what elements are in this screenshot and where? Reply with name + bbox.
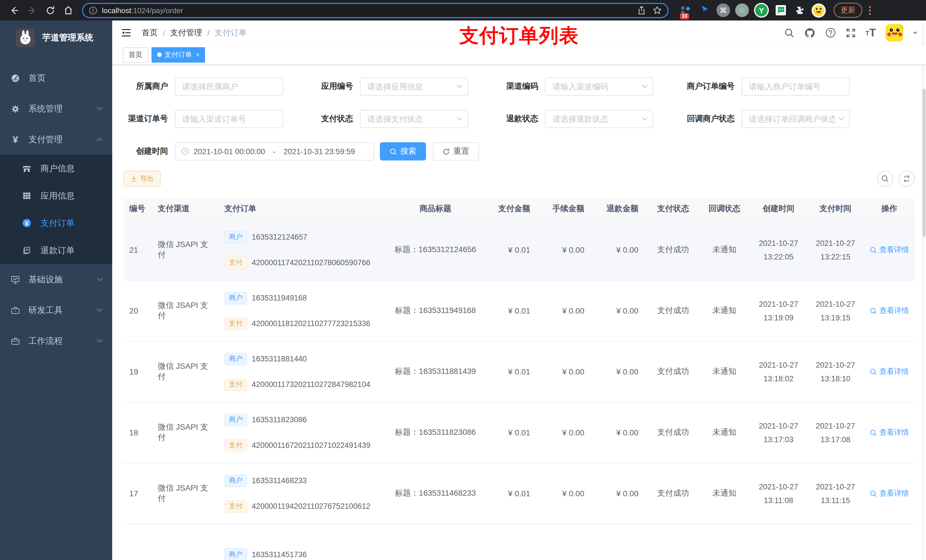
extension-kite-icon[interactable] bbox=[698, 3, 711, 17]
address-bar[interactable]: localhost:1024/pay/order bbox=[82, 3, 669, 18]
pay-order-cell: 商户1635311881440支付42000011732021102728479… bbox=[212, 353, 386, 391]
fullscreen-icon[interactable] bbox=[846, 28, 856, 38]
pay-tag: 支付 bbox=[224, 378, 247, 391]
order-number: 1635311468233 bbox=[252, 476, 307, 485]
breadcrumb-pay-management[interactable]: 支付管理 bbox=[170, 28, 202, 38]
merchant-input[interactable] bbox=[175, 77, 283, 96]
sidebar-item-dev-tools[interactable]: 研发工具 bbox=[0, 295, 112, 326]
sidebar-item-infrastructure[interactable]: 基础设施 bbox=[0, 264, 112, 295]
table-row[interactable]: 商户1635311451736 bbox=[124, 524, 915, 560]
reset-button[interactable]: 重置 bbox=[433, 142, 479, 160]
channel-order-no-input[interactable] bbox=[175, 110, 283, 128]
table-row[interactable]: 18微信 JSAPI 支付商户1635311823086支付4200001167… bbox=[124, 402, 915, 463]
sidebar-item-pay-order[interactable]: 支付订单 bbox=[0, 210, 112, 237]
pay-order-line: 支付4200001194202110276752100612 bbox=[224, 500, 386, 512]
browser-forward-button[interactable] bbox=[24, 2, 40, 18]
extension-tasks-icon[interactable]: 10 bbox=[679, 3, 693, 17]
scrollbar-thumb[interactable] bbox=[923, 89, 925, 237]
close-icon[interactable]: × bbox=[196, 51, 200, 58]
view-detail-link[interactable]: 查看详情 bbox=[864, 245, 915, 255]
export-button[interactable]: 导出 bbox=[124, 171, 160, 187]
extension-y-icon[interactable]: Y bbox=[754, 3, 769, 18]
sidebar-item-label: 系统管理 bbox=[29, 103, 88, 114]
pay-order-line: 支付4200001167202110271022491439 bbox=[224, 439, 386, 451]
view-detail-link[interactable]: 查看详情 bbox=[864, 488, 915, 498]
date-line: 2021-10-27 bbox=[750, 300, 807, 308]
help-icon[interactable] bbox=[825, 27, 836, 38]
col-order: 支付订单 bbox=[212, 204, 386, 214]
filter-label: 商户订单编号 bbox=[679, 82, 741, 92]
font-size-icon[interactable]: TT bbox=[865, 27, 876, 39]
search-icon bbox=[870, 368, 877, 375]
filter-label: 渠道编码 bbox=[494, 82, 545, 92]
view-detail-link[interactable]: 查看详情 bbox=[864, 427, 915, 438]
navbar: 首页 / 支付管理 / 支付订单 支付订单列表 bbox=[112, 21, 926, 45]
breadcrumb-home[interactable]: 首页 bbox=[142, 28, 158, 38]
sidebar-item-merchant-info[interactable]: 商户信息 bbox=[0, 155, 112, 182]
table-row[interactable]: 19微信 JSAPI 支付商户1635311881440支付4200001173… bbox=[124, 341, 915, 402]
browser-home-button[interactable] bbox=[61, 2, 76, 18]
search-button[interactable]: 搜索 bbox=[380, 142, 426, 160]
chrome-update-button[interactable]: 更新 bbox=[834, 3, 862, 18]
window-scrollbar[interactable] bbox=[922, 21, 926, 560]
extension-chat-icon[interactable] bbox=[774, 3, 788, 17]
filter-label: 渠道订单号 bbox=[124, 114, 175, 124]
pay-time-cell: 2021-10-2713:11:15 bbox=[807, 482, 864, 504]
view-detail-link[interactable]: 查看详情 bbox=[864, 306, 915, 316]
sidebar-logo-row[interactable]: 芋道管理系统 bbox=[0, 21, 112, 54]
sidebar-collapse-icon[interactable] bbox=[121, 27, 132, 38]
pay-status-select[interactable] bbox=[360, 110, 468, 128]
app-logo bbox=[16, 28, 35, 47]
merchant-order-no-input[interactable] bbox=[741, 77, 850, 96]
col-notify: 回调状态 bbox=[699, 204, 750, 214]
toggle-search-button[interactable] bbox=[877, 171, 893, 187]
table-row[interactable]: 17微信 JSAPI 支付商户1635311468233支付4200001194… bbox=[124, 463, 915, 524]
order-id-cell: 19 bbox=[124, 367, 146, 376]
date-line: 2021-10-27 bbox=[807, 421, 864, 430]
bookmark-star-icon[interactable] bbox=[653, 6, 662, 15]
sidebar-item-payment[interactable]: ¥ 支付管理 bbox=[0, 124, 112, 155]
tab-pay-order[interactable]: 支付订单 × bbox=[151, 47, 205, 63]
sidebar-item-app-info[interactable]: 应用信息 bbox=[0, 182, 112, 210]
pay-status-cell: 支付成功 bbox=[648, 367, 699, 377]
breadcrumb-separator: / bbox=[163, 29, 165, 38]
pay-order-line: 支付4200001174202110278060590766 bbox=[224, 257, 386, 269]
filter-notify-status: 回调商户状态 bbox=[679, 110, 850, 128]
browser-menu-icon[interactable] bbox=[869, 6, 871, 15]
user-avatar[interactable] bbox=[885, 24, 903, 42]
extensions-puzzle-icon[interactable] bbox=[793, 3, 806, 17]
user-menu-caret-icon[interactable] bbox=[913, 32, 917, 36]
notify-status-select[interactable] bbox=[741, 110, 850, 128]
profile-emoji-avatar[interactable] bbox=[811, 3, 826, 17]
date-line: 2021-10-27 bbox=[807, 361, 864, 369]
sidebar-item-home[interactable]: 首页 bbox=[0, 63, 112, 93]
browser-reload-button[interactable] bbox=[42, 2, 58, 18]
sidebar-item-system[interactable]: 系统管理 bbox=[0, 93, 112, 124]
chevron-up-icon bbox=[96, 136, 103, 143]
refund-status-select[interactable] bbox=[545, 110, 653, 128]
site-info-icon[interactable] bbox=[89, 6, 97, 15]
pay-tag: 支付 bbox=[224, 317, 247, 330]
browser-back-button[interactable] bbox=[6, 2, 22, 18]
refresh-table-button[interactable] bbox=[899, 171, 915, 187]
sidebar-item-workflow[interactable]: 工作流程 bbox=[0, 326, 112, 356]
sidebar-item-label: 商户信息 bbox=[41, 163, 75, 174]
merchant-tag: 商户 bbox=[224, 548, 247, 560]
extension-command-icon[interactable]: ⌘ bbox=[716, 3, 730, 17]
view-detail-link[interactable]: 查看详情 bbox=[864, 367, 915, 377]
notify-status-cell: 未通知 bbox=[699, 245, 750, 255]
pay-amount-cell: ¥ 0.01 bbox=[485, 367, 539, 376]
tab-home[interactable]: 首页 bbox=[123, 47, 148, 63]
table-row[interactable]: 21微信 JSAPI 支付商户1635312124657支付4200001174… bbox=[124, 220, 915, 281]
notify-status-cell: 未通知 bbox=[699, 306, 750, 316]
sidebar-item-refund-order[interactable]: 退款订单 bbox=[0, 237, 112, 264]
github-icon[interactable] bbox=[804, 27, 815, 39]
channel-code-select[interactable] bbox=[545, 77, 653, 96]
app-id-select[interactable] bbox=[360, 77, 468, 96]
table-row[interactable]: 20微信 JSAPI 支付商户1635311949168支付4200001181… bbox=[124, 281, 915, 341]
share-icon[interactable] bbox=[637, 6, 646, 15]
browser-toolbar: localhost:1024/pay/order 10 ⌘ Y bbox=[0, 0, 926, 21]
extension-recorder-icon[interactable] bbox=[735, 3, 749, 17]
search-icon[interactable] bbox=[784, 28, 794, 38]
date-range-picker[interactable]: 2021-10-01 00:00:00 - 2021-10-31 23:59:5… bbox=[175, 142, 374, 160]
